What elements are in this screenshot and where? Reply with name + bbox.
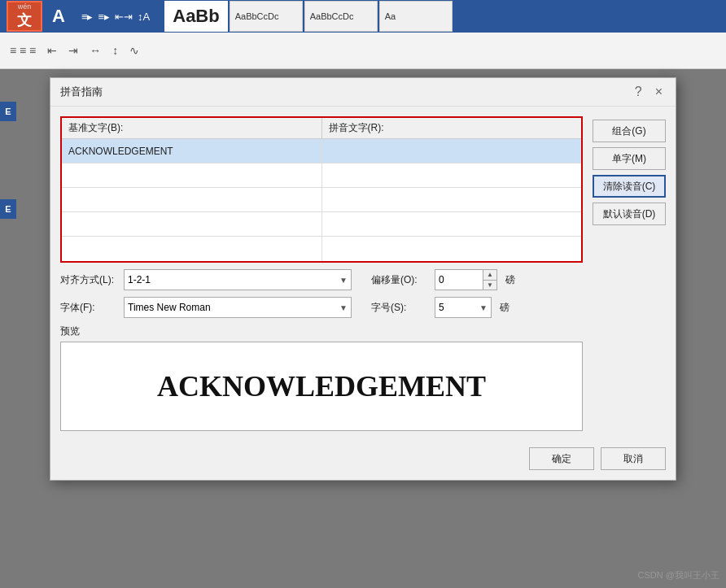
ribbon-top: wén 文 A ≡▸ ≡▸ ⇤⇥ ↕A AaBb AaBbCcDc AaBbCc… bbox=[0, 0, 726, 33]
default-button[interactable]: 默认读音(D) bbox=[593, 203, 666, 225]
align-label: 对齐方式(L): bbox=[60, 273, 117, 287]
base-text-cell-2[interactable] bbox=[62, 163, 322, 187]
sub-icon-2[interactable]: ⇤ bbox=[44, 42, 60, 59]
size-unit: 磅 bbox=[500, 301, 510, 315]
sort-icon[interactable]: ↕A bbox=[138, 11, 150, 23]
preview-label: 预览 bbox=[60, 324, 583, 338]
dialog-titlebar: 拼音指南 ? × bbox=[50, 78, 676, 107]
dialog-title: 拼音指南 bbox=[60, 85, 103, 99]
table-row[interactable] bbox=[62, 212, 581, 237]
align-dropdown-arrow: ▼ bbox=[339, 276, 348, 285]
base-text-header: 基准文字(B): bbox=[62, 118, 322, 138]
list-icons: ≡▸ ≡▸ ⇤⇥ ↕A bbox=[81, 11, 150, 23]
size-label: 字号(S): bbox=[371, 301, 428, 315]
combine-button[interactable]: 组合(G) bbox=[593, 120, 666, 142]
offset-up-arrow[interactable]: ▲ bbox=[483, 270, 496, 281]
align-row: 对齐方式(L): 1-2-1 ▼ 偏移量(O): 0 ▲ ▼ bbox=[60, 269, 583, 290]
table-row[interactable] bbox=[62, 188, 581, 212]
offset-label: 偏移量(O): bbox=[371, 273, 428, 287]
dialog-body: 基准文字(B): 拼音文字(R): ACKNOWLEDGEMENT bbox=[50, 107, 676, 441]
offset-spinbox[interactable]: 0 ▲ ▼ bbox=[435, 269, 497, 290]
style-gallery: AaBb AaBbCcDc AaBbCcDc Aa bbox=[164, 1, 452, 32]
offset-unit: 磅 bbox=[505, 273, 515, 287]
offset-input[interactable]: 0 bbox=[435, 269, 483, 290]
table-row[interactable]: ACKNOWLEDGEMENT bbox=[62, 139, 581, 163]
dialog-left-panel: 基准文字(B): 拼音文字(R): ACKNOWLEDGEMENT bbox=[60, 116, 583, 431]
offset-arrows[interactable]: ▲ ▼ bbox=[483, 269, 497, 290]
pinyin-cell-4[interactable] bbox=[322, 212, 582, 236]
table-header: 基准文字(B): 拼音文字(R): bbox=[62, 118, 581, 139]
pinyin-header: 拼音文字(R): bbox=[322, 118, 582, 138]
table-rows: ACKNOWLEDGEMENT bbox=[62, 139, 581, 261]
dialog-controls: ? × bbox=[632, 85, 666, 98]
align-select[interactable]: 1-2-1 ▼ bbox=[124, 269, 352, 290]
sub-icon-5[interactable]: ↕ bbox=[109, 42, 121, 59]
list-icon-2[interactable]: ≡▸ bbox=[98, 11, 110, 23]
style-sample-4[interactable]: Aa bbox=[379, 1, 453, 32]
table-row[interactable] bbox=[62, 163, 581, 188]
sub-icon-6[interactable]: ∿ bbox=[126, 42, 142, 59]
base-text-cell-5[interactable] bbox=[62, 237, 322, 261]
table-row[interactable] bbox=[62, 237, 581, 261]
ribbon-sub: ≡ ≡ ≡ ⇤ ⇥ ↔ ↕ ∿ bbox=[0, 33, 726, 69]
dialog-right-panel: 组合(G) 单字(M) 清除读音(C) 默认读音(D) bbox=[593, 116, 666, 431]
dialog-overlay: 拼音指南 ? × 基准文字(B): 拼音文字(R): bbox=[0, 69, 726, 588]
style-sample-3[interactable]: AaBbCcDc bbox=[304, 1, 378, 32]
ribbon-area: wén 文 A ≡▸ ≡▸ ⇤⇥ ↕A AaBb AaBbCcDc AaBbCc… bbox=[0, 0, 726, 69]
offset-down-arrow[interactable]: ▼ bbox=[483, 281, 496, 290]
watermark: CSDN @我叫王小王 bbox=[638, 569, 719, 581]
single-button[interactable]: 单字(M) bbox=[593, 147, 666, 170]
base-text-cell-4[interactable] bbox=[62, 212, 322, 236]
wen-character: 文 bbox=[17, 11, 32, 30]
wen-button[interactable]: wén 文 bbox=[7, 1, 42, 32]
pinyin-table: 基准文字(B): 拼音文字(R): ACKNOWLEDGEMENT bbox=[60, 116, 583, 263]
sub-icon-3[interactable]: ⇥ bbox=[65, 42, 81, 59]
pinyin-cell[interactable] bbox=[322, 139, 582, 163]
wen-pinyin: wén bbox=[18, 2, 32, 11]
preview-box: ACKNOWLEDGEMENT bbox=[60, 342, 583, 431]
font-row: 字体(F): Times New Roman ▼ 字号(S): 5 ▼ 磅 bbox=[60, 297, 583, 318]
help-button[interactable]: ? bbox=[632, 85, 645, 98]
sub-icon-4[interactable]: ↔ bbox=[86, 42, 104, 59]
ribbon-format-icons: A bbox=[49, 6, 68, 27]
dialog-footer: 确定 取消 bbox=[50, 441, 676, 480]
size-dropdown-arrow: ▼ bbox=[479, 303, 488, 312]
pinyin-cell-2[interactable] bbox=[322, 163, 582, 187]
font-select[interactable]: Times New Roman ▼ bbox=[124, 297, 352, 318]
clear-button[interactable]: 清除读音(C) bbox=[593, 175, 666, 198]
ok-button[interactable]: 确定 bbox=[529, 447, 594, 470]
size-select[interactable]: 5 ▼ bbox=[435, 297, 492, 318]
style-sample-1[interactable]: AaBb bbox=[164, 1, 227, 32]
base-text-cell-3[interactable] bbox=[62, 188, 322, 211]
pinyin-cell-3[interactable] bbox=[322, 188, 582, 211]
indent-icon[interactable]: ⇤⇥ bbox=[115, 11, 133, 23]
cancel-button[interactable]: 取消 bbox=[601, 447, 666, 470]
sub-icon-1[interactable]: ≡ ≡ ≡ bbox=[7, 42, 39, 59]
pinyin-dialog: 拼音指南 ? × 基准文字(B): 拼音文字(R): bbox=[50, 77, 676, 481]
close-button[interactable]: × bbox=[652, 85, 666, 98]
style-sample-2[interactable]: AaBbCcDc bbox=[230, 1, 303, 32]
font-dropdown-arrow: ▼ bbox=[339, 303, 348, 312]
preview-text: ACKNOWLEDGEMENT bbox=[157, 369, 486, 403]
title-a-icon: A bbox=[49, 6, 68, 27]
base-text-cell: ACKNOWLEDGEMENT bbox=[62, 139, 322, 163]
list-icon-1[interactable]: ≡▸ bbox=[81, 11, 94, 23]
pinyin-cell-5[interactable] bbox=[322, 237, 582, 261]
font-label: 字体(F): bbox=[60, 301, 117, 315]
